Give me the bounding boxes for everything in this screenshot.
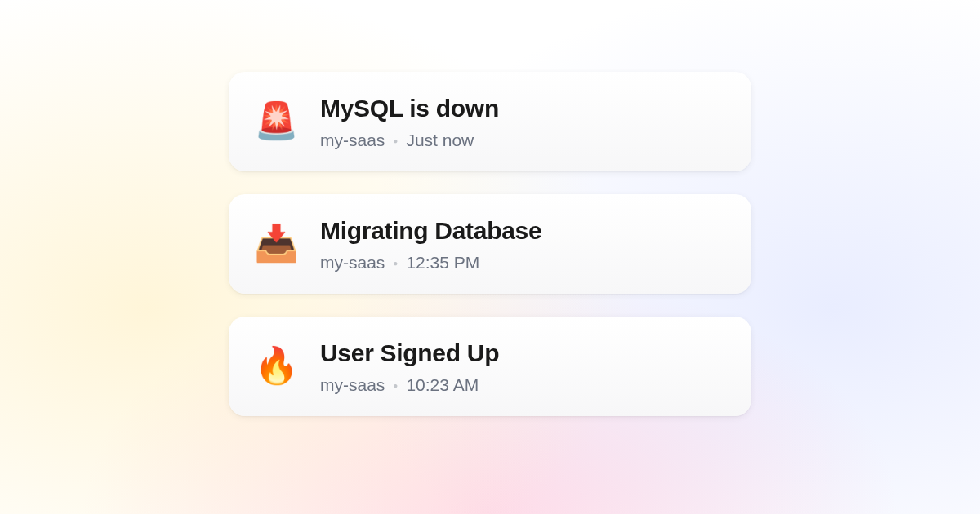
- notification-meta: my-saas ● 10:23 AM: [320, 375, 725, 395]
- notification-card[interactable]: 🔥 User Signed Up my-saas ● 10:23 AM: [229, 317, 751, 416]
- notification-content: Migrating Database my-saas ● 12:35 PM: [320, 217, 725, 273]
- notification-card[interactable]: 📥 Migrating Database my-saas ● 12:35 PM: [229, 194, 751, 294]
- meta-separator: ●: [393, 259, 398, 268]
- notification-title: Migrating Database: [320, 217, 725, 245]
- meta-separator: ●: [393, 381, 398, 390]
- fire-icon: 🔥: [255, 344, 297, 387]
- notification-content: MySQL is down my-saas ● Just now: [320, 95, 725, 150]
- meta-separator: ●: [393, 136, 398, 145]
- notification-meta: my-saas ● 12:35 PM: [320, 253, 725, 273]
- notification-source: my-saas: [320, 253, 385, 273]
- siren-icon: 🚨: [255, 100, 297, 142]
- inbox-download-icon: 📥: [255, 222, 297, 264]
- notification-timestamp: Just now: [406, 131, 474, 150]
- notification-source: my-saas: [320, 131, 385, 150]
- notification-title: MySQL is down: [320, 95, 725, 122]
- notification-card[interactable]: 🚨 MySQL is down my-saas ● Just now: [229, 72, 751, 171]
- notification-source: my-saas: [320, 375, 385, 395]
- notification-timestamp: 10:23 AM: [406, 375, 479, 395]
- notification-timestamp: 12:35 PM: [406, 253, 479, 273]
- notification-title: User Signed Up: [320, 339, 725, 367]
- notification-content: User Signed Up my-saas ● 10:23 AM: [320, 339, 725, 395]
- notification-meta: my-saas ● Just now: [320, 131, 725, 150]
